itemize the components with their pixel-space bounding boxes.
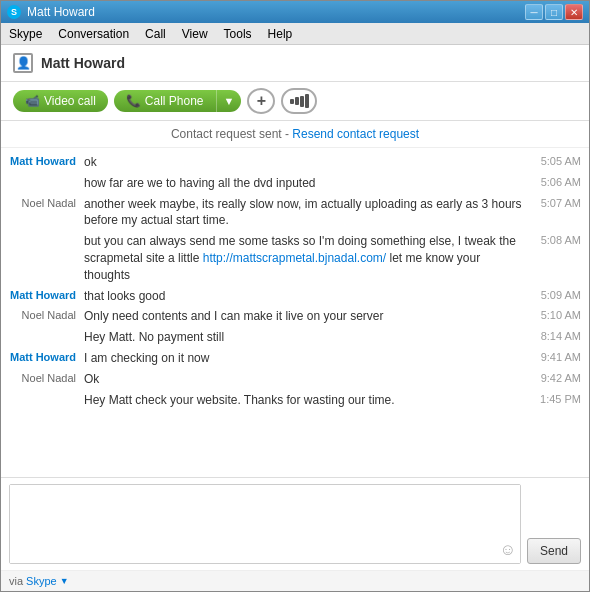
- message-sender: [9, 175, 84, 176]
- video-call-button[interactable]: 📹 Video call: [13, 90, 108, 112]
- signal-bar-2: [295, 97, 299, 105]
- contact-request-bar: Contact request sent - Resend contact re…: [1, 121, 589, 148]
- message-sender: [9, 329, 84, 330]
- menu-view[interactable]: View: [174, 25, 216, 43]
- message-time: 1:45 PM: [526, 392, 581, 405]
- message-time: 5:08 AM: [526, 233, 581, 246]
- message-body: Hey Matt check your website. Thanks for …: [84, 392, 526, 409]
- message-sender: Noel Nadal: [9, 371, 84, 384]
- table-row: Noel Nadal Ok 9:42 AM: [1, 369, 589, 390]
- maximize-button[interactable]: □: [545, 4, 563, 20]
- call-dropdown-button[interactable]: ▼: [216, 90, 242, 112]
- footer-dropdown-arrow[interactable]: ▼: [60, 576, 69, 586]
- chat-area: Contact request sent - Resend contact re…: [1, 121, 589, 591]
- message-time: 5:09 AM: [526, 288, 581, 301]
- table-row: Matt Howard I am checking on it now 9:41…: [1, 348, 589, 369]
- signal-bar-4: [305, 94, 309, 108]
- emoji-button[interactable]: ☺: [500, 541, 516, 559]
- message-body: ok: [84, 154, 526, 171]
- message-body: how far are we to having all the dvd inp…: [84, 175, 526, 192]
- table-row: Noel Nadal another week maybe, its reall…: [1, 194, 589, 232]
- menu-tools[interactable]: Tools: [216, 25, 260, 43]
- message-time: 9:41 AM: [526, 350, 581, 363]
- message-body: another week maybe, its really slow now,…: [84, 196, 526, 230]
- message-time: 5:07 AM: [526, 196, 581, 209]
- video-icon: 📹: [25, 94, 40, 108]
- input-area: ☺ Send: [1, 477, 589, 570]
- message-sender: Matt Howard: [9, 154, 84, 167]
- table-row: but you can always send me some tasks so…: [1, 231, 589, 285]
- message-time: 8:14 AM: [526, 329, 581, 342]
- signal-bar-3: [300, 96, 304, 107]
- skype-link[interactable]: Skype: [26, 575, 57, 587]
- message-time: 9:42 AM: [526, 371, 581, 384]
- resend-link[interactable]: Resend contact request: [292, 127, 419, 141]
- message-sender: [9, 392, 84, 393]
- send-button[interactable]: Send: [527, 538, 581, 564]
- toolbar: 📹 Video call 📞 Call Phone ▼ +: [1, 82, 589, 121]
- phone-icon: 📞: [126, 94, 141, 108]
- add-button[interactable]: +: [247, 88, 275, 114]
- table-row: Matt Howard that looks good 5:09 AM: [1, 286, 589, 307]
- menu-skype[interactable]: Skype: [1, 25, 50, 43]
- call-phone-group: 📞 Call Phone ▼: [114, 90, 242, 112]
- table-row: Hey Matt check your website. Thanks for …: [1, 390, 589, 411]
- message-body: Hey Matt. No payment still: [84, 329, 526, 346]
- message-input[interactable]: [10, 485, 520, 563]
- title-bar-buttons: ─ □ ✕: [525, 4, 583, 20]
- menu-help[interactable]: Help: [260, 25, 301, 43]
- message-body: but you can always send me some tasks so…: [84, 233, 526, 283]
- message-body: Ok: [84, 371, 526, 388]
- contact-name: Matt Howard: [41, 55, 125, 71]
- window-title: Matt Howard: [27, 5, 95, 19]
- footer: via Skype ▼: [1, 570, 589, 591]
- contact-avatar-icon: 👤: [13, 53, 33, 73]
- message-sender: Matt Howard: [9, 288, 84, 301]
- table-row: Matt Howard ok 5:05 AM: [1, 152, 589, 173]
- menu-bar: Skype Conversation Call View Tools Help: [1, 23, 589, 45]
- title-bar-left: S Matt Howard: [7, 5, 95, 19]
- call-phone-button[interactable]: 📞 Call Phone: [114, 90, 216, 112]
- minimize-button[interactable]: ─: [525, 4, 543, 20]
- app-window: S Matt Howard ─ □ ✕ Skype Conversation C…: [0, 0, 590, 592]
- message-time: 5:10 AM: [526, 308, 581, 321]
- message-sender: Matt Howard: [9, 350, 84, 363]
- menu-conversation[interactable]: Conversation: [50, 25, 137, 43]
- messages-list: Matt Howard ok 5:05 AM how far are we to…: [1, 148, 589, 477]
- message-sender: Noel Nadal: [9, 308, 84, 321]
- table-row: Noel Nadal Only need contents and I can …: [1, 306, 589, 327]
- contact-header: 👤 Matt Howard: [1, 45, 589, 82]
- via-label: via: [9, 575, 23, 587]
- message-time: 5:05 AM: [526, 154, 581, 167]
- table-row: Hey Matt. No payment still 8:14 AM: [1, 327, 589, 348]
- table-row: how far are we to having all the dvd inp…: [1, 173, 589, 194]
- message-sender: [9, 233, 84, 234]
- input-row: ☺ Send: [9, 484, 581, 564]
- message-body: that looks good: [84, 288, 526, 305]
- menu-call[interactable]: Call: [137, 25, 174, 43]
- message-time: 5:06 AM: [526, 175, 581, 188]
- close-button[interactable]: ✕: [565, 4, 583, 20]
- title-bar: S Matt Howard ─ □ ✕: [1, 1, 589, 23]
- contact-request-text: Contact request sent -: [171, 127, 289, 141]
- scrapmetal-link[interactable]: http://mattscrapmetal.bjnadal.com/: [203, 251, 386, 265]
- call-phone-label: Call Phone: [145, 94, 204, 108]
- message-body: I am checking on it now: [84, 350, 526, 367]
- message-input-wrap: ☺: [9, 484, 521, 564]
- skype-icon: S: [7, 5, 21, 19]
- message-body: Only need contents and I can make it liv…: [84, 308, 526, 325]
- video-call-label: Video call: [44, 94, 96, 108]
- signal-bar-1: [290, 99, 294, 104]
- message-sender: Noel Nadal: [9, 196, 84, 209]
- signal-button[interactable]: [281, 88, 317, 114]
